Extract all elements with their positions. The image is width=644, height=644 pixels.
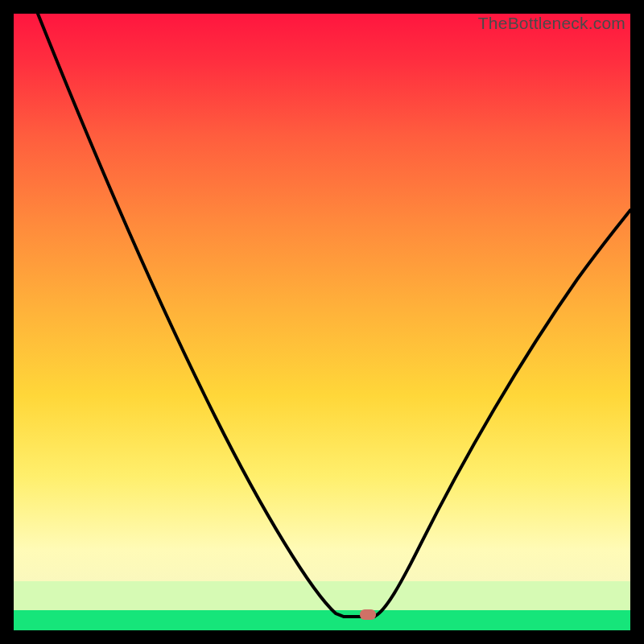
chart-frame: TheBottleneck.com xyxy=(0,0,644,644)
optimum-marker xyxy=(360,609,376,620)
bottleneck-curve xyxy=(14,14,630,630)
plot-area: TheBottleneck.com xyxy=(14,14,630,630)
